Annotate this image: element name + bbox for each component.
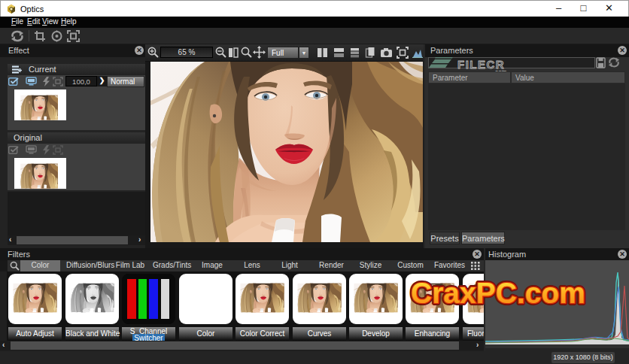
svg-text:CraxPC.com: CraxPC.com [411, 277, 585, 309]
